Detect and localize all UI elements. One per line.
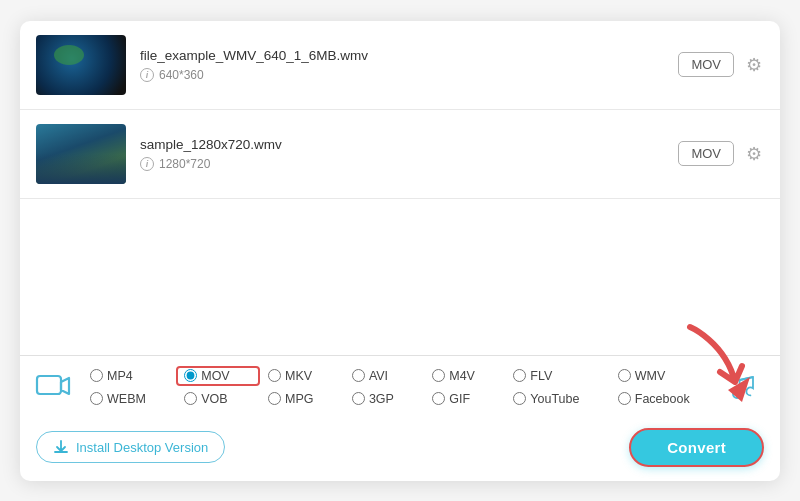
file-actions-2: MOV ⚙ xyxy=(678,141,764,167)
music-icon xyxy=(728,369,764,405)
file-list: file_example_WMV_640_1_6MB.wmv i 640*360… xyxy=(20,21,780,277)
format-mkv[interactable]: MKV xyxy=(260,367,344,385)
svg-rect-0 xyxy=(37,376,61,394)
file-actions-1: MOV ⚙ xyxy=(678,52,764,78)
format-3gp[interactable]: 3GP xyxy=(344,390,424,408)
convert-button[interactable]: Convert xyxy=(629,428,764,467)
file-dimensions-2: 1280*720 xyxy=(159,157,210,171)
format-gif[interactable]: GIF xyxy=(424,390,505,408)
file-thumbnail-2 xyxy=(36,124,126,184)
file-name-1: file_example_WMV_640_1_6MB.wmv xyxy=(140,48,664,63)
gear-button-1[interactable]: ⚙ xyxy=(744,52,764,78)
file-meta-2: i 1280*720 xyxy=(140,157,664,171)
install-btn-label: Install Desktop Version xyxy=(76,440,208,455)
format-badge-2[interactable]: MOV xyxy=(678,141,734,166)
format-webm[interactable]: WEBM xyxy=(82,390,176,408)
format-vob[interactable]: VOB xyxy=(176,390,260,408)
install-desktop-button[interactable]: Install Desktop Version xyxy=(36,431,225,463)
info-icon-2: i xyxy=(140,157,154,171)
svg-marker-1 xyxy=(61,378,69,394)
file-info-1: file_example_WMV_640_1_6MB.wmv i 640*360 xyxy=(140,48,664,82)
download-icon xyxy=(53,439,69,455)
format-facebook[interactable]: Facebook xyxy=(610,390,720,408)
format-flv[interactable]: FLV xyxy=(505,367,609,385)
video-icon xyxy=(32,366,74,408)
file-thumbnail-1 xyxy=(36,35,126,95)
format-m4v[interactable]: M4V xyxy=(424,367,505,385)
format-mp4[interactable]: MP4 xyxy=(82,367,176,385)
file-dimensions-1: 640*360 xyxy=(159,68,204,82)
footer-bar: Install Desktop Version Convert xyxy=(20,418,780,481)
file-item: file_example_WMV_640_1_6MB.wmv i 640*360… xyxy=(20,21,780,110)
app-container: file_example_WMV_640_1_6MB.wmv i 640*360… xyxy=(20,21,780,481)
file-meta-1: i 640*360 xyxy=(140,68,664,82)
file-info-2: sample_1280x720.wmv i 1280*720 xyxy=(140,137,664,171)
file-item-2: sample_1280x720.wmv i 1280*720 MOV ⚙ xyxy=(20,110,780,199)
gear-button-2[interactable]: ⚙ xyxy=(744,141,764,167)
svg-line-2 xyxy=(740,377,753,380)
format-wmv[interactable]: WMV xyxy=(610,367,720,385)
format-badge-1[interactable]: MOV xyxy=(678,52,734,77)
format-options-grid: MP4 MOV MKV AVI M4V FLV WMV WEB xyxy=(82,366,720,408)
file-name-2: sample_1280x720.wmv xyxy=(140,137,664,152)
format-mpg[interactable]: MPG xyxy=(260,390,344,408)
format-avi[interactable]: AVI xyxy=(344,367,424,385)
format-mov[interactable]: MOV xyxy=(176,366,260,386)
format-youtube[interactable]: YouTube xyxy=(505,390,609,408)
format-selector-bar: MP4 MOV MKV AVI M4V FLV WMV WEB xyxy=(20,355,780,418)
info-icon-1: i xyxy=(140,68,154,82)
